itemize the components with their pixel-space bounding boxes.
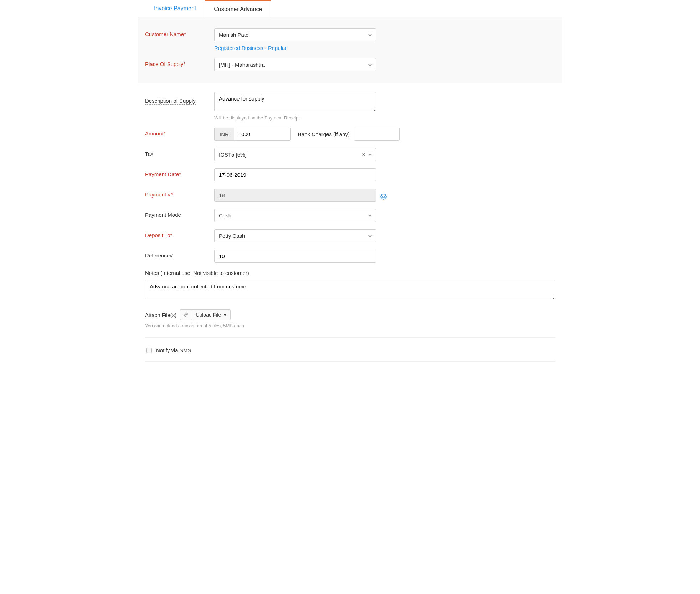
tab-invoice-payment[interactable]: Invoice Payment xyxy=(145,0,205,17)
payment-number-label: Payment #* xyxy=(145,189,214,198)
payment-date-input[interactable] xyxy=(214,168,376,181)
attach-files-label: Attach File(s) xyxy=(145,312,176,318)
amount-label: Amount* xyxy=(145,128,214,137)
customer-name-select[interactable]: Manish Patel xyxy=(214,28,376,41)
description-label: Description of Supply xyxy=(145,95,196,105)
notes-label: Notes (Internal use. Not visible to cust… xyxy=(145,270,555,276)
chevron-down-icon xyxy=(368,214,372,218)
tabs-bar: Invoice Payment Customer Advance xyxy=(138,0,562,17)
amount-input[interactable] xyxy=(234,128,291,141)
place-of-supply-value: [MH] - Maharashtra xyxy=(219,62,265,68)
place-of-supply-select[interactable]: [MH] - Maharashtra xyxy=(214,58,376,71)
bank-charges-label: Bank Charges (if any) xyxy=(298,131,350,137)
customer-type-link[interactable]: Registered Business - Regular xyxy=(214,45,378,51)
deposit-to-label: Deposit To* xyxy=(145,229,214,238)
upload-file-label: Upload File xyxy=(196,312,221,318)
separator xyxy=(145,361,555,362)
bank-charges-input[interactable] xyxy=(354,128,400,141)
place-of-supply-label: Place Of Supply* xyxy=(145,58,214,67)
payment-mode-label: Payment Mode xyxy=(145,209,214,218)
tax-select[interactable]: IGST5 [5%] × xyxy=(214,148,376,161)
upload-file-button[interactable]: Upload File ▼ xyxy=(192,309,231,320)
chevron-down-icon xyxy=(368,234,372,238)
reference-input[interactable] xyxy=(214,250,376,263)
chevron-down-icon xyxy=(368,63,372,67)
currency-prefix: INR xyxy=(214,128,234,141)
tax-label: Tax xyxy=(145,148,214,157)
chevron-down-icon xyxy=(368,153,372,157)
notes-textarea[interactable] xyxy=(145,280,555,299)
notify-sms-label: Notify via SMS xyxy=(156,347,191,353)
description-textarea[interactable] xyxy=(214,92,376,111)
description-hint: Will be displayed on the Payment Receipt xyxy=(214,115,378,121)
chevron-down-icon xyxy=(368,33,372,37)
attachment-icon-button[interactable] xyxy=(180,309,192,320)
customer-name-value: Manish Patel xyxy=(219,32,250,38)
attach-hint: You can upload a maximum of 5 files, 5MB… xyxy=(145,323,555,328)
tax-value: IGST5 [5%] xyxy=(219,152,247,158)
gear-icon[interactable] xyxy=(380,189,387,202)
payment-mode-value: Cash xyxy=(219,212,231,219)
separator xyxy=(145,337,555,338)
tab-customer-advance[interactable]: Customer Advance xyxy=(205,0,271,17)
customer-name-label: Customer Name* xyxy=(145,28,214,37)
deposit-to-value: Petty Cash xyxy=(219,233,245,239)
reference-label: Reference# xyxy=(145,250,214,258)
caret-down-icon: ▼ xyxy=(223,313,227,317)
payment-number-input[interactable] xyxy=(214,189,376,202)
payment-mode-select[interactable]: Cash xyxy=(214,209,376,222)
deposit-to-select[interactable]: Petty Cash xyxy=(214,229,376,242)
svg-point-0 xyxy=(383,196,385,198)
clear-icon[interactable]: × xyxy=(362,152,365,158)
notify-sms-checkbox[interactable] xyxy=(146,348,152,353)
payment-date-label: Payment Date* xyxy=(145,168,214,177)
